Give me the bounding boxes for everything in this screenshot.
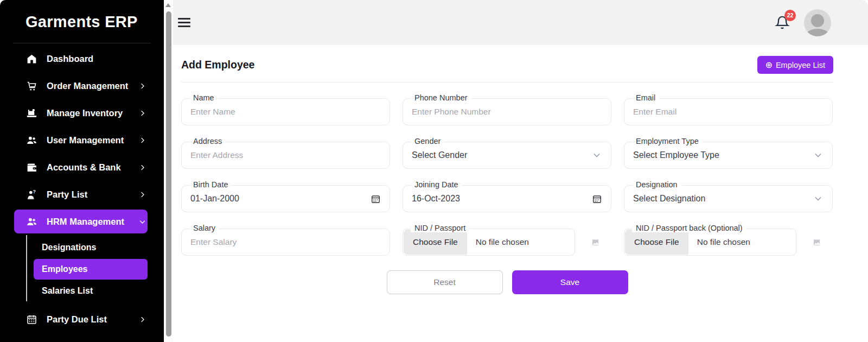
salary-field: Salary [181,229,390,256]
field-label: Salary [189,224,219,232]
svg-text:?: ? [33,189,36,194]
sidebar-item-label: Party Due List [47,314,107,325]
home-icon [26,53,37,65]
form-field-designation: Designation Select Designation [624,185,833,212]
chevron-right-icon [138,136,146,144]
hrm-submenu: Designations Employees Salaries List [26,235,164,301]
nid-back-file-field: NID / Passport back (Optional) Choose Fi… [624,229,796,256]
form-field-address: Address [181,142,390,169]
sidebar-item-label: Party List [47,189,87,200]
scrollbar-up-arrow-icon[interactable] [165,3,171,7]
submenu-item-salaries-list[interactable]: Salaries List [34,281,148,301]
select-value: Select Employee Type [633,150,719,160]
form-field-joining-date: Joining Date 16-Oct-2023 [403,185,611,212]
page-title: Add Employee [181,59,254,71]
sidebar-item-label: Dashboard [47,54,93,64]
scrollbar-thumb[interactable] [166,11,171,337]
field-label: Gender [411,137,444,145]
employee-list-button[interactable]: ⊕ Employee List [757,56,833,74]
address-field: Address [181,142,390,169]
hamburger-menu-icon[interactable] [178,15,190,29]
sidebar-item-manage-inventory[interactable]: Manage Inventory [14,99,148,126]
broken-image-icon [591,238,599,246]
chevron-down-icon [813,150,824,161]
form-field-phone: Phone Number [403,98,611,125]
submenu-item-designations[interactable]: Designations [34,237,148,258]
submenu-item-employees[interactable]: Employees [34,259,148,280]
field-label: NID / Passport [411,224,469,232]
field-label: Name [189,93,218,102]
sidebar-item-dashboard[interactable]: Dashboard [14,45,148,72]
page-content: Add Employee ⊕ Employee List Name Phone … [173,45,868,311]
sidebar-scrollbar[interactable] [164,0,173,342]
save-button[interactable]: Save [512,270,628,294]
select-value: Select Designation [633,194,705,204]
phone-input[interactable] [412,107,602,117]
sidebar-item-order-management[interactable]: Order Management [14,72,148,99]
employment-type-select[interactable]: Employment Type Select Employee Type [624,142,833,169]
sidebar-item-label: Manage Inventory [47,108,123,118]
salary-input[interactable] [190,237,381,247]
sidebar-item-accounts-bank[interactable]: Accounts & Bank [14,154,148,181]
form-field-email: Email [624,98,833,125]
file-status: No file chosen [697,237,750,247]
field-label: Birth Date [189,180,232,189]
add-employee-form: Name Phone Number Email Address [181,98,833,256]
calendar-icon[interactable] [371,194,381,204]
field-label: Email [632,93,659,102]
sidebar-item-user-management[interactable]: User Management [14,126,148,154]
nid-front-file-field: NID / Passport Choose File No file chose… [403,229,575,256]
field-label: NID / Passport back (Optional) [632,224,746,232]
broken-image-icon [813,238,821,246]
sidebar-item-party-due-list[interactable]: Party Due List [14,306,148,333]
gender-select[interactable]: Gender Select Gender [403,142,611,169]
submenu-item-label: Employees [42,264,87,274]
chevron-right-icon [138,82,146,90]
person-question-icon: ? [26,189,37,200]
form-field-gender: Gender Select Gender [403,142,611,169]
joining-date-field[interactable]: Joining Date 16-Oct-2023 [403,185,611,212]
form-field-name: Name [181,98,390,125]
notifications-button[interactable]: 22 [775,15,790,31]
form-field-birth-date: Birth Date 01-Jan-2000 [181,185,390,212]
choose-file-button[interactable]: Choose File [404,230,467,255]
sewing-machine-icon [26,107,37,119]
sidebar-item-hrm-management[interactable]: HRM Management [14,210,148,233]
sidebar-item-label: User Management [47,135,124,145]
date-value: 01-Jan-2000 [190,194,239,204]
email-input[interactable] [633,107,824,117]
chevron-down-icon [813,193,824,204]
address-input[interactable] [190,150,381,160]
avatar[interactable] [804,9,831,36]
designation-select[interactable]: Designation Select Designation [624,185,833,212]
form-field-employment-type: Employment Type Select Employee Type [624,142,833,169]
chevron-down-icon [138,218,146,226]
select-value: Select Gender [412,150,467,160]
field-label: Phone Number [411,93,471,102]
sidebar-nav: Dashboard Order Management Manage Invent… [0,43,164,333]
header-divider [181,82,833,83]
date-value: 16-Oct-2023 [412,194,460,204]
choose-file-button[interactable]: Choose File [625,230,688,255]
main-area: 22 Add Employee ⊕ Employee List Name [173,0,868,342]
field-label: Joining Date [411,180,462,189]
wallet-icon [26,162,37,173]
field-label: Employment Type [632,137,703,145]
field-label: Address [189,137,226,145]
name-input[interactable] [190,107,381,117]
reset-button[interactable]: Reset [387,270,503,294]
form-field-nid-front: NID / Passport Choose File No file chose… [403,229,611,256]
birth-date-field[interactable]: Birth Date 01-Jan-2000 [181,185,390,212]
sidebar-item-label: Order Management [47,81,128,91]
file-status: No file chosen [476,237,529,247]
email-field: Email [624,98,833,125]
users-icon [26,135,37,146]
sidebar-item-party-list[interactable]: ? Party List [14,181,148,208]
form-field-nid-back: NID / Passport back (Optional) Choose Fi… [624,229,833,256]
phone-field: Phone Number [403,98,611,125]
calendar-icon[interactable] [592,194,602,204]
chevron-right-icon [138,163,146,172]
sidebar-item-label: Accounts & Bank [47,162,121,173]
calendar-icon [26,314,37,325]
topbar: 22 [173,0,868,45]
